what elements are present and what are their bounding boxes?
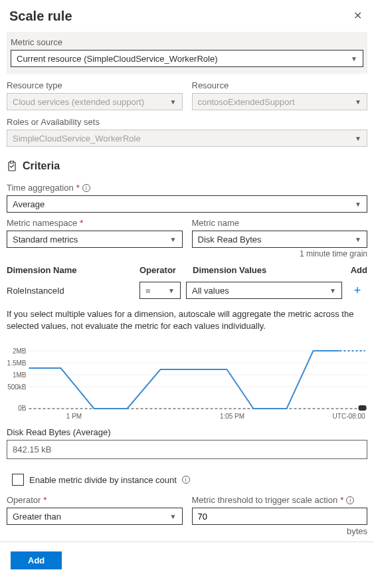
clipboard-icon — [7, 161, 17, 171]
dimension-values-select[interactable]: All values ▼ — [186, 282, 342, 299]
metric-name-label: Metric name — [192, 218, 368, 228]
dimension-operator-select[interactable]: = ▼ — [140, 282, 181, 299]
ytick-1p5mb: 1.5MB — [7, 359, 27, 367]
chevron-down-icon: ▼ — [170, 513, 177, 520]
add-dimension-icon[interactable]: + — [354, 284, 361, 297]
info-icon[interactable]: i — [82, 184, 90, 192]
panel-header: Scale rule ✕ — [0, 0, 374, 29]
chevron-down-icon: ▼ — [351, 55, 357, 62]
enable-divide-checkbox[interactable] — [12, 474, 24, 486]
chart-line — [29, 351, 340, 409]
chevron-down-icon: ▼ — [329, 287, 336, 294]
chevron-down-icon: ▼ — [168, 287, 175, 294]
resource-type-value: Cloud services (extended support) — [13, 97, 144, 107]
resource-value: contosoExtendedSupport — [198, 97, 295, 107]
info-icon[interactable]: i — [182, 476, 190, 484]
dimension-row: RoleInstanceId = ▼ All values ▼ + — [7, 280, 367, 306]
metric-source-label: Metric source — [11, 37, 363, 47]
chevron-down-icon: ▼ — [355, 236, 361, 243]
dim-col-values: Dimension Values — [193, 265, 341, 275]
chart-svg: 2MB 1.5MB 1MB 500kB 0B 1 PM 1:05 PM UTC-… — [7, 344, 367, 424]
xtick-105pm: 1:05 PM — [220, 413, 244, 420]
metric-namespace-select[interactable]: Standard metrics ▼ — [7, 231, 183, 248]
chart-marker — [359, 405, 367, 411]
info-icon[interactable]: i — [346, 496, 354, 504]
time-agg-select[interactable]: Average ▼ — [7, 195, 367, 213]
enable-divide-label: Enable metric divide by instance count — [29, 475, 177, 485]
roles-avail-value: SimpleCloudService_WorkerRole — [13, 134, 141, 144]
resource-type-select: Cloud services (extended support) ▼ — [7, 93, 183, 110]
chevron-down-icon: ▼ — [170, 98, 177, 106]
dim-col-operator: Operator — [140, 265, 193, 275]
resource-type-label: Resource type — [7, 80, 183, 90]
threshold-input[interactable] — [192, 508, 368, 525]
ytick-2mb: 2MB — [13, 347, 27, 355]
close-icon[interactable]: ✕ — [351, 8, 365, 24]
required-mark: * — [76, 183, 80, 193]
chevron-down-icon: ▼ — [170, 236, 177, 243]
dimension-table: Dimension Name Operator Dimension Values… — [0, 261, 374, 306]
time-grain-text: 1 minute time grain — [0, 248, 374, 261]
criteria-heading: Criteria — [23, 160, 60, 172]
metric-source-value: Current resource (SimpleCloudService_Wor… — [17, 54, 217, 64]
avg-metric-value: 842.15 kB — [7, 440, 367, 459]
dim-col-name: Dimension Name — [7, 265, 140, 275]
dimension-help-text: If you select multiple values for a dime… — [0, 306, 374, 339]
metric-namespace-label: Metric namespace * — [7, 218, 183, 228]
metric-source-section: Metric source Current resource (SimpleCl… — [7, 32, 367, 74]
time-agg-label: Time aggregation * i — [7, 183, 367, 193]
chevron-down-icon: ▼ — [355, 135, 361, 142]
add-button[interactable]: Add — [11, 551, 62, 569]
dimension-header-row: Dimension Name Operator Dimension Values… — [7, 261, 367, 280]
roles-avail-label: Roles or Availability sets — [7, 117, 367, 127]
resource-select: contosoExtendedSupport ▼ — [192, 93, 368, 110]
operator-value: Greater than — [13, 512, 61, 522]
ytick-500kb: 500kB — [7, 383, 27, 391]
chevron-down-icon: ▼ — [355, 201, 361, 208]
required-mark: * — [80, 218, 83, 228]
ytick-1mb: 1MB — [13, 371, 27, 379]
resource-label: Resource — [192, 80, 368, 90]
ytick-0b: 0B — [18, 405, 27, 412]
dim-col-add: Add — [341, 265, 367, 275]
metric-name-value: Disk Read Bytes — [198, 235, 262, 245]
dimension-name: RoleInstanceId — [7, 286, 134, 296]
threshold-label: Metric threshold to trigger scale action… — [192, 495, 368, 505]
metric-chart: 2MB 1.5MB 1MB 500kB 0B 1 PM 1:05 PM UTC-… — [0, 339, 374, 427]
required-mark: * — [340, 495, 343, 505]
xtick-1pm: 1 PM — [66, 413, 82, 420]
footer: Add — [0, 541, 374, 579]
roles-avail-select: SimpleCloudService_WorkerRole ▼ — [7, 130, 367, 147]
operator-select[interactable]: Greater than ▼ — [7, 508, 183, 525]
enable-divide-row: Enable metric divide by instance count i — [0, 471, 374, 495]
avg-metric-label: Disk Read Bytes (Average) — [7, 427, 367, 437]
time-agg-value: Average — [13, 199, 45, 209]
metric-namespace-value: Standard metrics — [13, 235, 78, 245]
required-mark: * — [43, 495, 47, 505]
threshold-unit: bytes — [0, 525, 374, 541]
operator-label: Operator * — [7, 495, 183, 505]
dimension-values-value: All values — [192, 286, 229, 296]
dimension-operator-value: = — [145, 286, 151, 296]
panel-title: Scale rule — [9, 9, 72, 24]
svg-rect-1 — [11, 161, 14, 163]
criteria-header: Criteria — [0, 152, 374, 179]
chart-tz: UTC-08:00 — [333, 413, 365, 420]
metric-name-select[interactable]: Disk Read Bytes ▼ — [192, 231, 368, 248]
metric-source-select[interactable]: Current resource (SimpleCloudService_Wor… — [11, 50, 363, 67]
chevron-down-icon: ▼ — [355, 98, 361, 106]
